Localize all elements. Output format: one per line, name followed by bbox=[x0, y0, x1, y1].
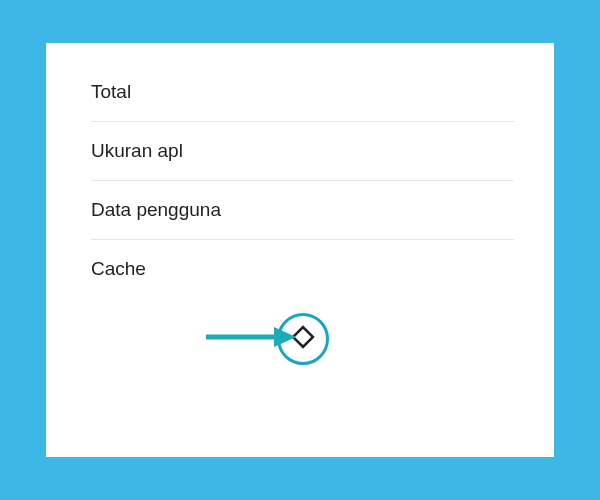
list-item-cache[interactable]: Cache bbox=[91, 240, 514, 298]
label-app-size: Ukuran apl bbox=[91, 140, 183, 161]
label-cache: Cache bbox=[91, 258, 146, 279]
svg-marker-1 bbox=[274, 327, 296, 347]
list-item-total[interactable]: Total bbox=[91, 73, 514, 122]
list-item-user-data[interactable]: Data pengguna bbox=[91, 181, 514, 240]
label-total: Total bbox=[91, 81, 131, 102]
storage-card: Total Ukuran apl Data pengguna Cache bbox=[46, 43, 554, 457]
action-area bbox=[91, 313, 514, 365]
arrow-indicator-icon bbox=[206, 322, 296, 356]
list-item-app-size[interactable]: Ukuran apl bbox=[91, 122, 514, 181]
label-user-data: Data pengguna bbox=[91, 199, 221, 220]
